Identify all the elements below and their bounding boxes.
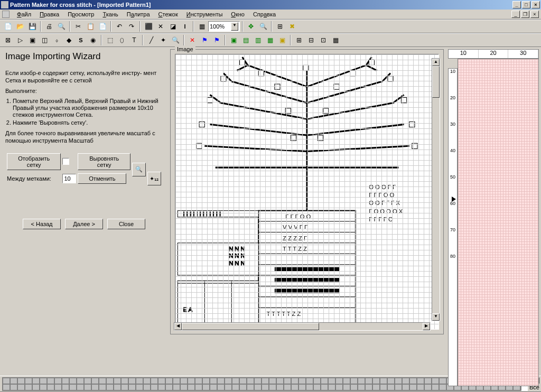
palette-cell[interactable] [151,384,158,390]
palette-cell[interactable] [99,378,106,384]
blue-flag-button[interactable]: ⚑ [199,34,210,46]
palette-cell[interactable] [143,378,151,384]
menu-fabric[interactable]: Ткань [98,10,122,18]
palette-cell[interactable] [328,378,335,384]
tool-3[interactable]: ▣ [26,34,38,46]
palette-cell[interactable] [335,378,343,384]
palette-cell[interactable] [358,384,365,390]
palette-cell[interactable] [180,384,188,390]
print-button[interactable]: 🖨 [43,21,55,32]
palette-cell[interactable] [358,378,365,384]
minimize-button[interactable]: _ [512,1,521,8]
maximize-button[interactable]: □ [522,1,530,8]
tool-s[interactable]: S [75,34,87,46]
palette-cell[interactable] [380,384,387,390]
palette-cell[interactable] [195,378,202,384]
palette-cell[interactable] [269,384,276,390]
grid-button[interactable]: ⊞ [274,21,286,32]
green-b-button[interactable]: ▤ [240,34,251,46]
palette-cell[interactable] [284,378,291,384]
palette-cell[interactable] [114,384,121,390]
palette-cell[interactable] [350,384,358,390]
palette-cell[interactable] [128,378,136,384]
palette-cell[interactable] [424,384,432,390]
palette-cell[interactable] [114,378,121,384]
palette-cell[interactable] [262,384,269,390]
open-button[interactable]: 📂 [14,21,26,32]
palette-cell[interactable] [106,378,114,384]
palette-cell[interactable] [239,378,247,384]
palette-cell[interactable] [395,384,402,390]
palette-cell[interactable] [343,378,350,384]
tool-1[interactable]: ⊠ [2,34,14,46]
magnify-button[interactable]: 🔍 [132,163,146,176]
tool-2[interactable]: ▷ [14,34,26,46]
preview-button[interactable]: 🔍 [55,21,67,32]
palette-cell[interactable] [136,378,143,384]
scroll-thumb-h[interactable] [182,323,319,330]
scroll-right-icon[interactable]: ▶ [423,323,430,330]
palette-cell[interactable] [402,384,409,390]
zoom-dropdown-icon[interactable]: ▼ [231,22,238,31]
redo-button[interactable]: ↷ [126,21,137,32]
palette-cell[interactable] [247,378,254,384]
tool-light[interactable]: ◉ [87,34,99,46]
palette-cell[interactable] [321,378,328,384]
palette-cell[interactable] [47,378,54,384]
palette-cell[interactable] [180,378,188,384]
undo-button[interactable]: ↶ [114,21,125,32]
palette-cell[interactable] [17,378,25,384]
red-x-button[interactable]: ✕ [186,34,198,46]
palette-cell[interactable] [3,378,10,384]
palette-cell[interactable] [121,384,128,390]
palette-cell[interactable] [254,378,262,384]
palette-cell[interactable] [409,384,417,390]
fullstitch-icon[interactable]: ⬛ [143,21,154,32]
palette-cell[interactable] [432,384,439,390]
palette-cell[interactable] [143,384,151,390]
yellow-btn[interactable]: ▣ [276,34,288,46]
grid3-button[interactable]: ⊞ [293,34,305,46]
palette-cell[interactable] [25,378,32,384]
between-marks-input[interactable] [62,174,76,183]
palette-cell[interactable] [380,378,387,384]
close-button[interactable]: Close [107,219,145,229]
image-canvas[interactable]: Г Г Г O O V V V Г Г Z Z Z Z Г T T T Z Z … [175,54,439,330]
palette-cell[interactable] [106,384,114,390]
ruler-button[interactable]: ✖ [286,21,298,32]
palette-cell[interactable] [165,384,173,390]
palette-cell[interactable] [69,378,77,384]
palette-cell[interactable] [232,384,239,390]
mdi-close-button[interactable]: × [530,11,539,18]
zoom2-button[interactable]: 🔍 [170,34,181,46]
palette-cell[interactable] [409,378,417,384]
palette-cell[interactable] [202,384,210,390]
palette-cell[interactable] [306,384,313,390]
save-button[interactable]: 💾 [26,21,38,32]
palette-cell[interactable] [17,384,25,390]
palette-cell[interactable] [372,378,380,384]
scroll-down-icon[interactable]: ▼ [432,313,440,321]
palette-cell[interactable] [91,384,99,390]
palette-cell[interactable] [417,384,424,390]
palette-cell[interactable] [47,384,54,390]
palette-cell[interactable] [254,384,262,390]
palette-cell[interactable] [432,378,439,384]
text-tool-button[interactable]: T [128,34,140,46]
corners-button[interactable]: ✦₁₂ [147,172,161,185]
menu-help[interactable]: Справка [249,10,280,18]
palette-cell[interactable] [395,378,402,384]
palette-cell[interactable] [313,378,321,384]
palette-cell[interactable] [91,378,99,384]
palette-cell[interactable] [10,384,17,390]
palette-cell[interactable] [210,384,217,390]
palette-cell[interactable] [335,384,343,390]
scroll-left-icon[interactable]: ◀ [174,323,182,330]
palette-cell[interactable] [128,384,136,390]
palette-cell[interactable] [32,378,40,384]
palette-cell[interactable] [365,384,372,390]
grid5-button[interactable]: ⊡ [318,34,329,46]
menu-edit[interactable]: Правка [35,10,63,18]
select-free-button[interactable]: ⬯ [116,34,128,46]
palette-cell[interactable] [372,384,380,390]
